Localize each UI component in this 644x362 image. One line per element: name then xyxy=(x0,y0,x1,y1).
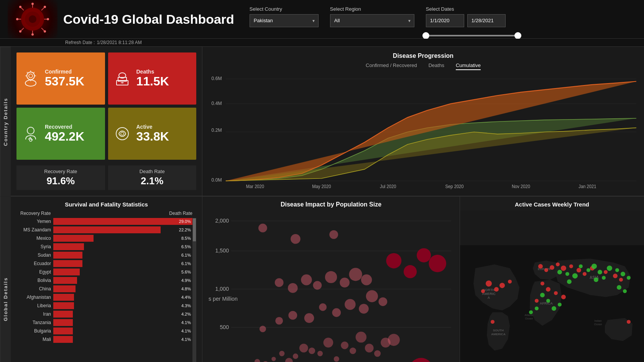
date-slider-fill xyxy=(426,35,518,36)
scatter-svg: Deaths per Million 2,000 1,500 1,000 500… xyxy=(208,211,454,362)
svg-text:SOUTH: SOUTH xyxy=(493,329,504,332)
bar-value: 4.3% xyxy=(181,303,191,308)
svg-point-168 xyxy=(623,289,627,293)
svg-point-166 xyxy=(529,310,533,314)
bar-fill xyxy=(53,285,76,292)
country-select-wrapper[interactable]: Pakistan xyxy=(250,14,319,27)
bar-value: 6.1% xyxy=(181,253,191,257)
svg-text:Atlantic: Atlantic xyxy=(525,314,534,316)
svg-point-73 xyxy=(317,351,323,356)
bar-track: 4.4% xyxy=(53,294,192,301)
svg-line-10 xyxy=(21,28,24,31)
svg-point-13 xyxy=(16,18,18,20)
svg-point-128 xyxy=(491,320,495,324)
svg-point-103 xyxy=(404,265,417,278)
svg-point-105 xyxy=(429,255,446,272)
bar-track: 22.2% xyxy=(53,226,192,233)
svg-point-123 xyxy=(486,280,492,287)
refresh-date: 1/28/2021 8:11:28 AM xyxy=(97,40,141,45)
sidebar-country-details[interactable]: Country Details xyxy=(0,47,11,196)
svg-point-16 xyxy=(44,30,46,33)
svg-line-9 xyxy=(41,8,44,10)
svg-line-26 xyxy=(33,72,34,73)
bar-track: 4.1% xyxy=(53,319,192,326)
progression-title: Disease Progression xyxy=(208,52,638,59)
svg-point-97 xyxy=(313,281,322,290)
svg-text:0.4M: 0.4M xyxy=(211,101,222,106)
svg-point-160 xyxy=(567,279,572,284)
deaths-icon xyxy=(113,69,132,88)
active-value: 33.8K xyxy=(136,130,169,143)
date-slider-thumb-left[interactable] xyxy=(422,32,429,39)
svg-text:Indian: Indian xyxy=(594,319,601,322)
tab-confirmed-recovered[interactable]: Confirmed / Recovered xyxy=(366,62,417,70)
tab-deaths[interactable]: Deaths xyxy=(429,62,444,70)
svg-point-136 xyxy=(583,272,586,276)
logo xyxy=(8,0,58,38)
bar-item: China 4.8% xyxy=(16,285,192,292)
svg-point-143 xyxy=(554,291,558,295)
survival-col-headers: Recovery Rate Death Rate xyxy=(16,211,196,218)
header: Covid-19 Global Dashboard Select Country… xyxy=(0,0,644,39)
svg-point-109 xyxy=(329,230,338,239)
left-sidebar: Country Details Global Details xyxy=(0,47,11,362)
svg-point-80 xyxy=(374,350,381,357)
date-slider-thumb-right[interactable] xyxy=(514,32,521,39)
bar-value: 4.4% xyxy=(181,295,191,300)
svg-text:1,500: 1,500 xyxy=(215,247,229,254)
survival-title: Survival and Fatality Statistics xyxy=(16,201,196,208)
disease-impact-panel: Disease Impact by Population Size Deaths… xyxy=(202,196,460,362)
bar-country-name: Syria xyxy=(16,244,51,249)
deaths-value: 11.5K xyxy=(136,75,169,88)
country-select[interactable]: Pakistan xyxy=(250,14,319,27)
bar-country-name: Yemen xyxy=(16,219,51,224)
rates-row: Recovery Rate 91.6% Death Rate 2.1% xyxy=(16,165,196,190)
header-controls: Select Country Pakistan Select Region Al… xyxy=(250,2,636,36)
svg-point-65 xyxy=(255,359,260,362)
scrollbar[interactable] xyxy=(192,218,196,362)
bar-country-name: Liberia xyxy=(16,303,51,308)
svg-text:Jul 2020: Jul 2020 xyxy=(380,184,396,188)
svg-point-96 xyxy=(301,274,312,285)
content-area: Country Details Global Details xyxy=(0,47,644,362)
bar-track: 4.2% xyxy=(53,311,192,318)
svg-line-27 xyxy=(27,72,28,73)
svg-point-139 xyxy=(613,274,618,278)
bar-list: Yemen 29.0% MS Zaandam 22.2% Mexico 8.5%… xyxy=(16,218,192,362)
bar-value: 5.6% xyxy=(181,270,191,274)
svg-point-101 xyxy=(361,274,372,285)
tab-cumulative[interactable]: Cumulative xyxy=(456,62,481,70)
right-content: Confirmed 537.5K xyxy=(11,47,644,362)
svg-point-130 xyxy=(544,268,548,272)
bar-track: 29.0% xyxy=(53,218,192,225)
progression-chart: 0.6M 0.4M 0.2M 0.0M Mar 2020 May 2020 xyxy=(208,74,638,190)
death-rate-box: Death Rate 2.1% xyxy=(108,165,197,190)
col-recovery: Recovery Rate xyxy=(20,211,51,216)
bar-fill xyxy=(53,336,73,343)
region-select-wrapper[interactable]: All xyxy=(330,14,414,27)
bar-fill xyxy=(53,319,73,326)
svg-point-67 xyxy=(271,357,276,361)
scatter-chart: Deaths per Million 2,000 1,500 1,000 500… xyxy=(208,211,454,362)
date-end-input[interactable]: 1/28/2021 xyxy=(467,14,506,27)
bar-fill xyxy=(53,218,192,225)
date-start-input[interactable]: 1/1/2020 xyxy=(426,14,464,27)
svg-point-155 xyxy=(565,272,569,276)
region-select[interactable]: All xyxy=(330,14,414,27)
svg-point-134 xyxy=(569,264,573,268)
svg-point-94 xyxy=(275,278,284,287)
svg-point-2 xyxy=(29,15,36,23)
bar-fill xyxy=(53,260,82,267)
svg-point-125 xyxy=(481,289,485,293)
bar-country-name: Mexico xyxy=(16,236,51,241)
sidebar-global-details[interactable]: Global Details xyxy=(0,196,11,362)
bar-country-name: Egypt xyxy=(16,269,51,275)
svg-point-93 xyxy=(378,297,387,306)
bar-item: Ecuador 6.1% xyxy=(16,260,192,267)
svg-point-36 xyxy=(121,132,124,135)
svg-text:AMERICA: AMERICA xyxy=(491,333,506,336)
bar-track: 6.5% xyxy=(53,243,192,250)
bar-country-name: Sudan xyxy=(16,252,51,258)
confirmed-info: Confirmed 537.5K xyxy=(45,69,84,88)
svg-point-92 xyxy=(366,290,378,302)
